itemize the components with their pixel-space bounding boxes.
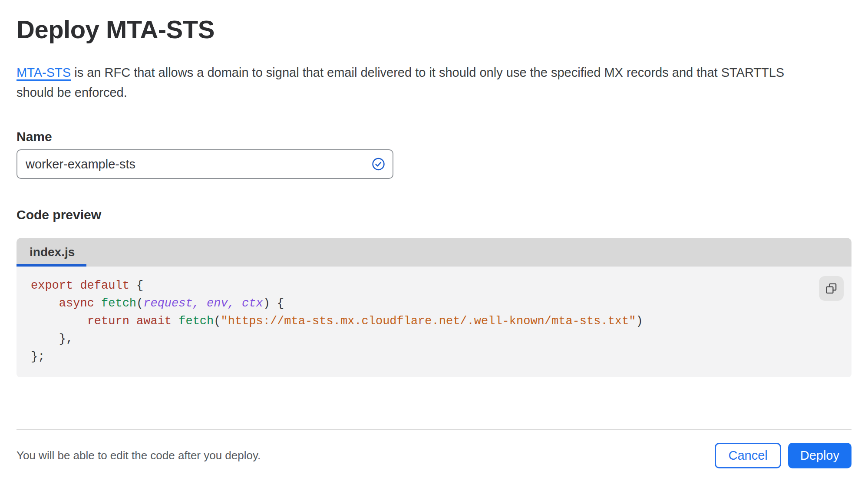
mta-sts-link[interactable]: MTA-STS [17, 66, 71, 79]
intro-line-1: MTA-STS is an RFC that allows a domain t… [17, 63, 851, 82]
code-lines: export default { async fetch(request, en… [31, 277, 851, 366]
intro-line-1-text: is an RFC that allows a domain to signal… [71, 66, 784, 79]
name-input-wrap [17, 149, 393, 179]
deploy-button[interactable]: Deploy [788, 443, 851, 468]
intro-line-2: should be enforced. [17, 82, 851, 102]
code-preview-label: Code preview [17, 207, 851, 223]
name-input[interactable] [17, 149, 393, 179]
code-area: export default { async fetch(request, en… [17, 267, 851, 377]
tab-index-js[interactable]: index.js [30, 245, 75, 259]
cancel-button[interactable]: Cancel [715, 443, 781, 468]
code-tab-bar: index.js [17, 238, 851, 267]
footer-bar: You will be able to edit the code after … [17, 429, 851, 468]
code-preview-card: index.js export default { async fetch(re… [17, 238, 851, 377]
copy-button[interactable] [819, 276, 844, 301]
footer-actions: Cancel Deploy [715, 443, 851, 468]
page-title: Deploy MTA-STS [17, 16, 851, 43]
intro-paragraph: MTA-STS is an RFC that allows a domain t… [17, 63, 851, 102]
name-label: Name [17, 128, 851, 145]
copy-icon [825, 283, 837, 294]
footer-note: You will be able to edit the code after … [17, 449, 261, 462]
deploy-mta-sts-page: Deploy MTA-STS MTA-STS is an RFC that al… [0, 16, 868, 468]
